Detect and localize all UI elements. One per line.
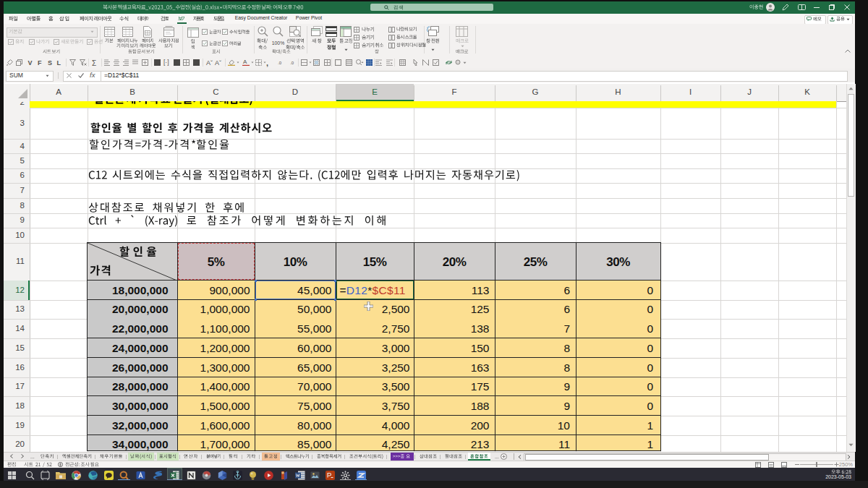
svg-text:.0: .0 [290,61,294,65]
svg-text:A: A [243,59,247,65]
svg-text:.0: .0 [278,61,282,65]
